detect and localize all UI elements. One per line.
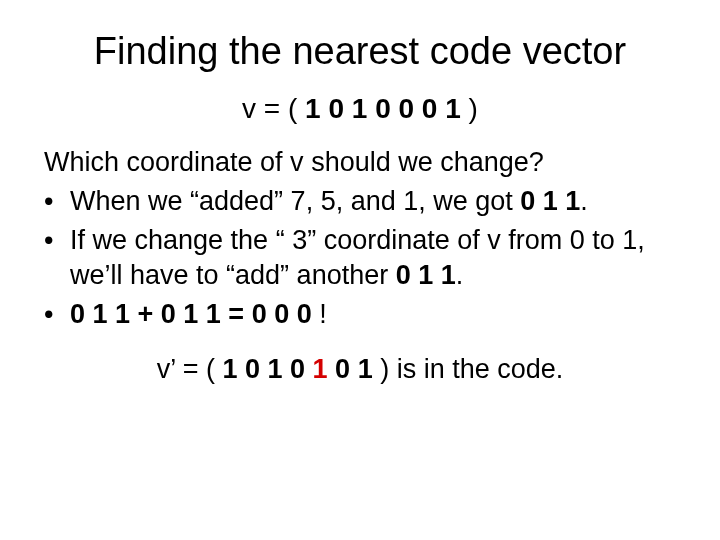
- bullet-bold: 0 1 1: [520, 186, 580, 216]
- bullet-pre: If we change the “ 3” coordinate of v fr…: [70, 225, 645, 290]
- bullet-dot-icon: •: [44, 223, 70, 293]
- bullet-bold: 0 1 1: [396, 260, 456, 290]
- bullet-item: • When we “added” 7, 5, and 1, we got 0 …: [44, 184, 680, 219]
- bullet-dot-icon: •: [44, 184, 70, 219]
- bullet-pre: When we “added” 7, 5, and 1, we got: [70, 186, 520, 216]
- vector-bits: 1 0 1 0 0 0 1: [305, 93, 461, 124]
- vector-line: v = ( 1 0 1 0 0 0 1 ): [40, 93, 680, 125]
- bullet-item: • If we change the “ 3” coordinate of v …: [44, 223, 680, 293]
- bullet-post: .: [456, 260, 464, 290]
- bullet-text: If we change the “ 3” coordinate of v fr…: [70, 223, 680, 293]
- vector-suffix: ): [461, 93, 478, 124]
- slide-title: Finding the nearest code vector: [40, 30, 680, 73]
- body-text: Which coordinate of v should we change? …: [44, 145, 680, 332]
- bullet-post: !: [319, 299, 327, 329]
- bullet-bold: 0 1 1 + 0 1 1 = 0 0 0: [70, 299, 319, 329]
- footer-line: v’ = ( 1 0 1 0 1 0 1 ) is in the code.: [40, 354, 680, 385]
- bullet-text: 0 1 1 + 0 1 1 = 0 0 0 !: [70, 297, 680, 332]
- bullet-post: .: [580, 186, 588, 216]
- footer-suffix: ) is in the code.: [373, 354, 564, 384]
- bullet-dot-icon: •: [44, 297, 70, 332]
- footer-prefix: v’ = (: [157, 354, 223, 384]
- question-line: Which coordinate of v should we change?: [44, 145, 680, 180]
- slide: Finding the nearest code vector v = ( 1 …: [0, 0, 720, 540]
- vector-prefix: v = (: [242, 93, 305, 124]
- bullet-item: • 0 1 1 + 0 1 1 = 0 0 0 !: [44, 297, 680, 332]
- footer-red-bit: 1: [313, 354, 328, 384]
- footer-bits-1: 1 0 1 0: [223, 354, 313, 384]
- bullet-text: When we “added” 7, 5, and 1, we got 0 1 …: [70, 184, 680, 219]
- footer-bits-2: 0 1: [328, 354, 373, 384]
